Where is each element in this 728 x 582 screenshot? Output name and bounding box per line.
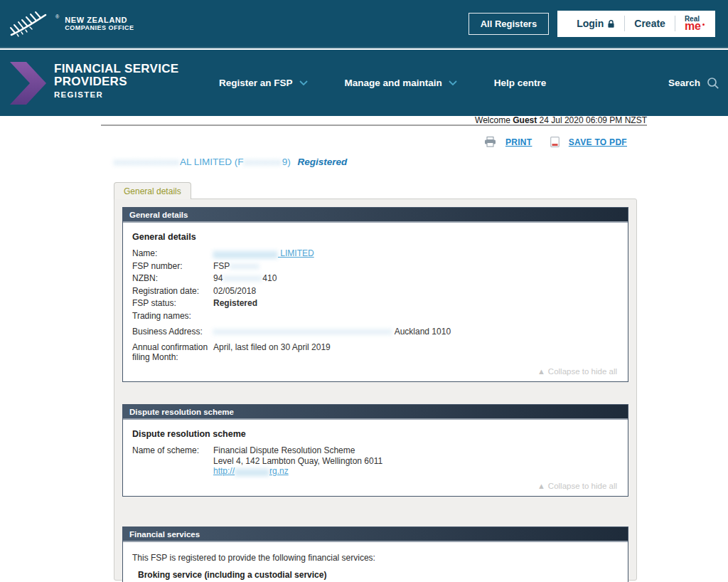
field-registration-date: Registration date: 02/05/2018 bbox=[132, 286, 619, 296]
chevron-logo-icon bbox=[7, 61, 47, 105]
url-suffix: rg.nz bbox=[269, 466, 289, 476]
welcome-datetime: 24 Jul 2020 06:09 PM NZST bbox=[540, 115, 647, 125]
nav-register-an-fsp[interactable]: Register an FSP bbox=[219, 78, 308, 88]
realme-text-bottom: me bbox=[685, 20, 701, 32]
scheme-address: Level 4, 142 Lambton Quay, Wellington 60… bbox=[213, 456, 382, 467]
registration-date-value: 02/05/2018 bbox=[213, 286, 256, 296]
save-pdf-action[interactable]: SAVE TO PDF bbox=[550, 137, 627, 147]
entity-status-badge: Registered bbox=[298, 157, 348, 167]
collapse-label: Collapse to hide all bbox=[548, 367, 617, 376]
top-header-bar: ® NEW ZEALAND COMPANIES OFFICE All Regis… bbox=[0, 0, 728, 48]
field-label: Trading names: bbox=[132, 311, 213, 321]
section-subheading: General details bbox=[132, 232, 619, 242]
scheme-name: Financial Dispute Resolution Scheme bbox=[213, 445, 382, 456]
brand-line1: FINANCIAL SERVICE bbox=[54, 63, 178, 75]
entity-name-link[interactable]: xxxxxxxxxxxxx LIMITED bbox=[213, 248, 314, 258]
realme-logo[interactable]: Real me bbox=[675, 16, 705, 31]
fern-icon bbox=[9, 9, 50, 38]
field-annual-confirmation: Annual confirmation filing Month: April,… bbox=[132, 342, 619, 362]
details-panel: General details General details Name: xx… bbox=[114, 199, 637, 581]
tab-general-details[interactable]: General details bbox=[114, 182, 191, 199]
collapse-to-hide-all[interactable]: ▲Collapse to hide all bbox=[132, 364, 619, 378]
section-dispute-resolution: Dispute resolution scheme Dispute resolu… bbox=[122, 404, 628, 497]
fsp-status-value: Registered bbox=[213, 298, 257, 308]
field-label: NZBN: bbox=[132, 273, 213, 283]
search-icon bbox=[707, 77, 719, 90]
save-to-pdf-link[interactable]: SAVE TO PDF bbox=[569, 137, 627, 147]
nav-items: Register an FSP Manage and maintain Help… bbox=[219, 50, 546, 116]
fsp-register-brand[interactable]: FINANCIAL SERVICE PROVIDERS REGISTER bbox=[7, 61, 178, 105]
nav-label: Manage and maintain bbox=[345, 78, 442, 88]
section-general-details: General details General details Name: xx… bbox=[122, 207, 628, 382]
collapse-to-hide-all[interactable]: ▲Collapse to hide all bbox=[132, 479, 619, 492]
nzbn-suffix: 410 bbox=[262, 273, 277, 283]
field-nzbn: NZBN: 94xxxxxxxx410 bbox=[132, 273, 619, 283]
nzbn-prefix: 94 bbox=[213, 273, 223, 283]
field-label: Name of scheme: bbox=[132, 445, 213, 477]
field-trading-names: Trading names: bbox=[132, 311, 619, 321]
redacted-text: xxxxxxx bbox=[244, 157, 282, 167]
redacted-text: xxxxxxxxxxxx bbox=[114, 157, 180, 167]
field-fsp-status: FSP status: Registered bbox=[132, 298, 619, 308]
realme-dot bbox=[702, 23, 705, 26]
collapse-triangle-icon: ▲ bbox=[537, 482, 545, 490]
section-header: Dispute resolution scheme bbox=[123, 405, 628, 420]
financial-services-intro: This FSP is registered to provide the fo… bbox=[132, 553, 619, 563]
field-business-address: Business Address: xxxxxxxxxxxxxxxxxxxxxx… bbox=[132, 327, 619, 337]
redacted-text: xxxxxxxx bbox=[223, 273, 262, 283]
logo-text-line1: NEW ZEALAND bbox=[65, 16, 134, 25]
page: ® NEW ZEALAND COMPANIES OFFICE All Regis… bbox=[0, 0, 728, 582]
collapse-label: Collapse to hide all bbox=[548, 482, 617, 490]
topbar-actions: All Registers Login Create Real me bbox=[469, 11, 715, 37]
field-label: FSP number: bbox=[132, 261, 213, 271]
field-name: Name: xxxxxxxxxxxxx LIMITED bbox=[132, 248, 619, 258]
fsp-prefix: FSP bbox=[213, 261, 230, 271]
address-visible: Auckland 1010 bbox=[392, 327, 451, 337]
trademark-symbol: ® bbox=[55, 14, 59, 19]
page-actions: PRINT SAVE TO PDF bbox=[101, 137, 627, 149]
entity-title: xxxxxxxxxxxxAL LIMITED (Fxxxxxxx9) Regis… bbox=[114, 157, 347, 167]
redacted-text: xxxxxxxxxxxxxxxxxxxxxxxxxxxxxxxxxxxx bbox=[213, 327, 392, 337]
welcome-status-bar: Welcome Guest 24 Jul 2020 06:09 PM NZST bbox=[101, 116, 647, 126]
save-to-pdf-icon bbox=[550, 137, 560, 147]
url-prefix: http:// bbox=[213, 466, 235, 476]
redacted-text: xxxxxxxxxxxxx bbox=[213, 248, 278, 258]
create-link[interactable]: Create bbox=[625, 18, 675, 29]
annual-confirmation-value: April, last filed on 30 April 2019 bbox=[213, 342, 331, 362]
field-name-of-scheme: Name of scheme: Financial Dispute Resolu… bbox=[132, 445, 619, 477]
companies-office-logo[interactable]: ® NEW ZEALAND COMPANIES OFFICE bbox=[9, 9, 134, 38]
lock-icon bbox=[607, 19, 615, 28]
search-label: Search bbox=[668, 78, 700, 88]
redacted-text: xxxxxxx bbox=[235, 466, 269, 476]
field-label: Annual confirmation filing Month: bbox=[132, 342, 213, 362]
redacted-text: xxxxxx bbox=[230, 261, 259, 271]
welcome-user: Guest bbox=[513, 115, 537, 125]
print-action[interactable]: PRINT bbox=[484, 137, 532, 147]
login-label: Login bbox=[577, 18, 604, 29]
section-subheading: Dispute resolution scheme bbox=[132, 429, 619, 439]
field-fsp-number: FSP number: FSPxxxxxx bbox=[132, 261, 619, 271]
all-registers-button[interactable]: All Registers bbox=[469, 13, 549, 35]
nav-manage-and-maintain[interactable]: Manage and maintain bbox=[345, 78, 457, 88]
print-link[interactable]: PRINT bbox=[505, 137, 532, 147]
field-label: Registration date: bbox=[132, 286, 213, 296]
financial-service-item: Broking service (including a custodial s… bbox=[138, 570, 619, 580]
field-label: FSP status: bbox=[132, 298, 213, 308]
section-header: General details bbox=[123, 208, 628, 223]
field-label: Name: bbox=[132, 248, 213, 258]
nav-search[interactable]: Search bbox=[668, 50, 719, 116]
chevron-down-icon bbox=[449, 80, 457, 85]
field-label: Business Address: bbox=[132, 327, 213, 337]
section-financial-services: Financial services This FSP is registere… bbox=[122, 527, 628, 582]
nav-label: Register an FSP bbox=[219, 78, 293, 88]
entity-name-visible: AL LIMITED (F bbox=[180, 157, 244, 167]
logo-text-line2: COMPANIES OFFICE bbox=[65, 24, 134, 31]
printer-icon bbox=[484, 137, 496, 147]
section-header: Financial services bbox=[123, 527, 628, 542]
scheme-website-link[interactable]: http://xxxxxxxrg.nz bbox=[213, 466, 289, 476]
primary-navbar: FINANCIAL SERVICE PROVIDERS REGISTER Reg… bbox=[0, 50, 728, 116]
nav-help-centre[interactable]: Help centre bbox=[494, 78, 547, 88]
login-link[interactable]: Login bbox=[567, 18, 624, 29]
chevron-down-icon bbox=[299, 80, 308, 85]
entity-fsp-suffix: 9) bbox=[282, 157, 291, 167]
